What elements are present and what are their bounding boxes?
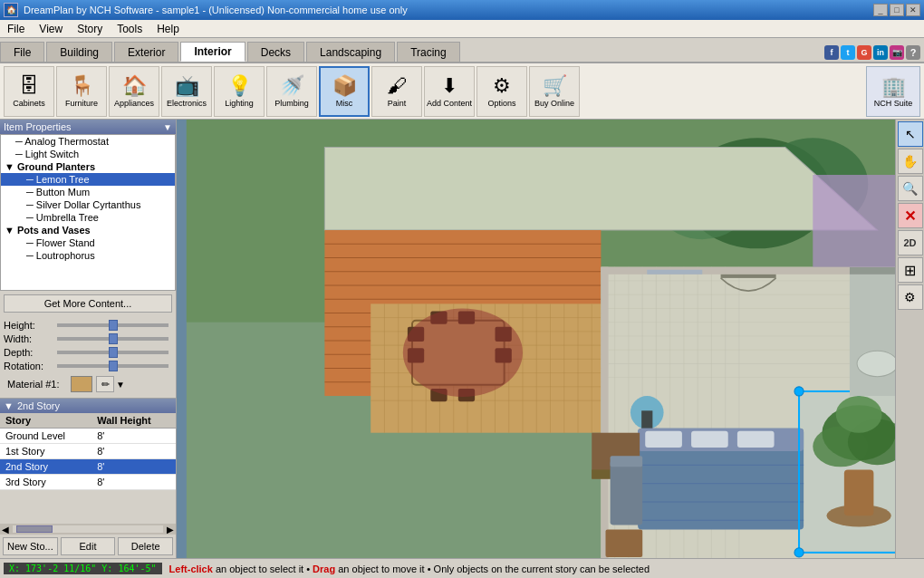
furniture-button[interactable]: 🪑 Furniture	[56, 66, 107, 117]
collapse-button[interactable]: ▼	[163, 122, 172, 132]
add-content-button[interactable]: ⬇ Add Content	[424, 66, 475, 117]
material-edit-button[interactable]: ✏	[96, 376, 114, 392]
story-1st-height: 8'	[91, 444, 176, 459]
misc-button[interactable]: 📦 Misc	[319, 66, 370, 117]
story-scroll-track[interactable]	[13, 525, 163, 533]
options-button[interactable]: ⚙ Options	[476, 66, 527, 117]
story-table-container[interactable]: Story Wall Height Ground Level 8' 1st St…	[0, 413, 176, 522]
story-row-2nd[interactable]: 2nd Story 8'	[0, 459, 176, 475]
story-3rd-name: 3rd Story	[0, 475, 91, 490]
rotation-thumb[interactable]	[109, 361, 118, 371]
close-button[interactable]: ✕	[906, 4, 920, 16]
width-label: Width:	[4, 333, 53, 344]
paint-button[interactable]: 🖌 Paint	[371, 66, 422, 117]
tree-expand-analog: ─	[15, 136, 23, 147]
delete-button[interactable]: ✕	[898, 203, 923, 228]
tree-expand-flower: ─	[26, 237, 34, 248]
facebook-icon[interactable]: f	[824, 45, 839, 60]
twitter-icon[interactable]: t	[841, 45, 855, 60]
story-row-ground[interactable]: Ground Level 8'	[0, 429, 176, 444]
buy-online-button[interactable]: 🛒 Buy Online	[529, 66, 580, 117]
maximize-button[interactable]: □	[890, 4, 904, 16]
width-slider[interactable]	[57, 337, 168, 341]
window-controls[interactable]: _ □ ✕	[873, 4, 920, 16]
new-story-button[interactable]: New Sto...	[3, 537, 58, 555]
hand-tool-button[interactable]: ✋	[898, 149, 923, 174]
tree-item-button-mum[interactable]: ─ Button Mum	[1, 186, 175, 198]
rotation-slider[interactable]	[57, 364, 168, 368]
edit-story-button[interactable]: Edit	[61, 537, 116, 555]
tree-item-analog-thermostat[interactable]: ─ Analog Thermostat	[1, 135, 175, 148]
cursor-tool-button[interactable]: ↖	[898, 121, 923, 147]
lighting-button[interactable]: 💡 Lighting	[214, 66, 265, 117]
google-icon[interactable]: G	[857, 45, 871, 60]
item-tree[interactable]: ─ Analog Thermostat ─ Light Switch ▼ Gro…	[0, 134, 176, 291]
story-header[interactable]: ▼ 2nd Story	[0, 399, 176, 413]
depth-slider[interactable]	[57, 351, 168, 354]
help-icon[interactable]: ?	[906, 45, 920, 60]
story-row-3rd[interactable]: 3rd Story 8'	[0, 475, 176, 490]
nch-suite-button[interactable]: 🏢 NCH Suite	[866, 66, 920, 117]
depth-label: Depth:	[4, 347, 53, 358]
tab-landscaping[interactable]: Landscaping	[306, 42, 395, 62]
height-thumb[interactable]	[109, 320, 118, 331]
plumbing-button[interactable]: 🚿 Plumbing	[266, 66, 317, 117]
story-row-1st[interactable]: 1st Story 8'	[0, 444, 176, 459]
appliances-button[interactable]: 🏠 Appliances	[109, 66, 159, 117]
tree-item-flower-stand[interactable]: ─ Flower Stand	[1, 236, 175, 249]
tab-decks[interactable]: Decks	[247, 42, 304, 62]
menu-view[interactable]: View	[32, 21, 70, 37]
electronics-button[interactable]: 📺 Electronics	[161, 66, 212, 117]
settings-rt-button[interactable]: ⚙	[898, 284, 923, 310]
story-col-height: Wall Height	[91, 413, 176, 429]
material-dropdown-button[interactable]: ▼	[116, 380, 125, 390]
tree-item-light-switch[interactable]: ─ Light Switch	[1, 148, 175, 160]
item-properties-panel: Item Properties ▼ ─ Analog Thermostat ─ …	[0, 120, 176, 398]
depth-thumb[interactable]	[109, 347, 118, 358]
tab-interior[interactable]: Interior	[180, 42, 245, 62]
menu-story[interactable]: Story	[70, 21, 110, 37]
svg-point-109	[857, 351, 898, 376]
tree-item-loutrophorus[interactable]: ─ Loutrophorus	[1, 249, 175, 262]
title-area: 🏠 DreamPlan by NCH Software - sample1 - …	[4, 3, 408, 17]
menu-help[interactable]: Help	[149, 21, 187, 37]
svg-rect-73	[721, 275, 776, 278]
titlebar: 🏠 DreamPlan by NCH Software - sample1 - …	[0, 0, 924, 20]
layers-button[interactable]: ⊞	[898, 257, 923, 283]
nch-suite-label: NCH Suite	[874, 99, 913, 108]
tree-item-ground-planters[interactable]: ▼ Ground Planters	[1, 160, 175, 173]
svg-point-93	[794, 548, 804, 557]
story-scrollbar[interactable]: ◀ ▶	[0, 524, 176, 535]
tab-exterior[interactable]: Exterior	[114, 42, 178, 62]
delete-story-button[interactable]: Delete	[118, 537, 173, 555]
tree-item-silver-dollar[interactable]: ─ Silver Dollar Cyrtanthus	[1, 198, 175, 211]
menu-file[interactable]: File	[0, 21, 32, 37]
instagram-icon[interactable]: 📷	[890, 45, 904, 60]
3d-viewport[interactable]: ↖ ✋ 🔍 ✕ 2D ⊞ ⚙	[177, 120, 924, 558]
rotation-row: Rotation:	[4, 361, 172, 371]
linkedin-icon[interactable]: in	[873, 45, 888, 60]
material-swatch[interactable]	[71, 376, 92, 392]
tab-tracing[interactable]: Tracing	[397, 42, 460, 62]
tree-item-umbrella-tree[interactable]: ─ Umbrella Tree	[1, 211, 175, 224]
minimize-button[interactable]: _	[873, 4, 888, 16]
statusbar: X: 173'-2 11/16" Y: 164'-5" Left-click a…	[0, 558, 924, 578]
zoom-button[interactable]: 🔍	[898, 176, 923, 201]
depth-row: Depth:	[4, 347, 172, 358]
tree-item-lemon-tree[interactable]: ─ Lemon Tree	[1, 173, 175, 186]
tab-file[interactable]: File	[0, 42, 44, 62]
story-scroll-thumb[interactable]	[16, 525, 53, 533]
toolbar: 🗄 Cabinets 🪑 Furniture 🏠 Appliances 📺 El…	[0, 63, 924, 120]
cabinets-button[interactable]: 🗄 Cabinets	[4, 66, 54, 117]
get-more-content-button[interactable]: Get More Content...	[4, 294, 172, 313]
item-properties-header: Item Properties ▼	[0, 120, 176, 134]
2d-view-button[interactable]: 2D	[898, 230, 923, 255]
svg-marker-5	[324, 148, 877, 231]
scroll-right-button[interactable]: ▶	[165, 525, 176, 535]
tree-item-pots-vases[interactable]: ▼ Pots and Vases	[1, 224, 175, 236]
scroll-left-button[interactable]: ◀	[0, 525, 11, 535]
tab-building[interactable]: Building	[46, 42, 112, 62]
height-slider[interactable]	[57, 323, 168, 327]
menu-tools[interactable]: Tools	[110, 21, 149, 37]
width-thumb[interactable]	[109, 333, 118, 344]
